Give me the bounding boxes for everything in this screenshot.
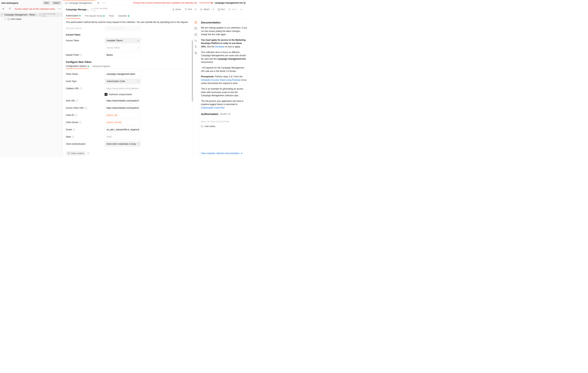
svg-point-8 <box>105 2 105 3</box>
tab-authorization[interactable]: Authorization <box>66 14 81 19</box>
info-icon: i <box>72 136 74 138</box>
watch-button[interactable]: Watch 0 <box>199 7 215 11</box>
auth-code-flow-link[interactable]: Authorization Code Flow <box>201 106 225 109</box>
svg-point-15 <box>185 9 186 9</box>
more-icon[interactable] <box>57 6 62 11</box>
authorize-browser-checkbox[interactable] <box>105 93 107 96</box>
clear-cookies-button[interactable]: Clear cookies <box>66 151 86 156</box>
status-dot-icon <box>79 15 81 16</box>
auth-url-input[interactable] <box>105 98 141 104</box>
token-name-input[interactable] <box>105 71 141 77</box>
svg-point-34 <box>195 47 196 48</box>
header-prefix-input[interactable] <box>105 52 141 58</box>
comments-icon[interactable] <box>194 27 197 30</box>
sidebar-collection-row[interactable]: Campaign Management - Restric... a fork … <box>0 13 63 17</box>
svg-point-7 <box>104 2 104 3</box>
client-secret-input[interactable] <box>105 120 141 125</box>
changelog-icon[interactable] <box>194 33 197 36</box>
request-fork-tag: a fork campaign m... <box>91 7 111 11</box>
next-in-collection-label: NEXT IN THIS COLLECTION <box>201 120 247 123</box>
new-button[interactable]: New <box>42 1 51 5</box>
request-title: Campaign Managemen... <box>66 8 90 11</box>
info-icon[interactable] <box>194 52 197 54</box>
run-button[interactable]: Run <box>216 7 226 11</box>
doc-paragraph: The full process your application will n… <box>201 99 247 110</box>
available-tokens-select[interactable]: Available Tokens <box>105 38 141 43</box>
next-item-usecases[interactable]: Use Cases <box>201 125 247 128</box>
fork-button[interactable]: Fork 0 <box>183 7 198 11</box>
refresh-token-icon[interactable] <box>136 45 141 51</box>
environment-selector[interactable]: campaign-management-env [e <box>214 2 246 4</box>
tab-variables[interactable]: Variables <box>118 15 129 19</box>
developer-portal-link[interactable]: Develope <box>215 45 224 48</box>
access-token-url-input[interactable] <box>105 105 141 111</box>
annotation-environment: Ensure the correct environment and varia… <box>133 1 197 4</box>
doc-paragraph: --All requests for the Campaign Manageme… <box>201 66 247 73</box>
svg-point-21 <box>241 9 242 10</box>
svg-point-6 <box>103 2 104 3</box>
subtabs: Authorization Pre-request Script Tests V… <box>63 13 247 19</box>
chevron-down-icon <box>137 80 139 82</box>
tab-campaign-management[interactable]: Campaign Management - <box>63 0 95 6</box>
state-input[interactable] <box>105 134 141 139</box>
tab-more-icon[interactable] <box>101 0 107 6</box>
doc-paragraph: This collection aims to focus on differe… <box>201 51 247 64</box>
add-auth-data-label: Add auth data to <box>66 27 105 30</box>
share-button[interactable]: Share <box>171 7 183 11</box>
documentation-icon[interactable] <box>194 21 197 24</box>
usecases-label: Use Cases <box>11 18 21 20</box>
pull-requests-icon[interactable] <box>194 39 197 42</box>
share-icon <box>172 8 175 11</box>
add-tab-icon[interactable] <box>95 0 101 6</box>
configure-new-token-heading: Configure New Token <box>66 61 190 63</box>
info-icon: i <box>75 114 77 116</box>
generate-token-link[interactable]: Generate A Access Token using Postman <box>201 79 241 81</box>
svg-point-24 <box>68 153 69 153</box>
access-token-label: Access Token <box>66 39 105 42</box>
doc-paragraph: Prerequisite: Perform steps 1 & 2 from t… <box>201 75 247 85</box>
scope-input[interactable] <box>105 127 141 132</box>
svg-point-31 <box>196 41 197 42</box>
chevron-down-icon <box>137 40 139 41</box>
svg-point-18 <box>201 9 202 10</box>
client-id-label: Client ID i <box>66 114 105 116</box>
documentation-panel: Documentation We are making updates to o… <box>199 19 247 157</box>
save-button[interactable]: Save <box>227 7 238 11</box>
forks-icon[interactable] <box>194 45 197 48</box>
filter-icon[interactable] <box>7 6 12 11</box>
sidebar: test workspace New Import Access token s… <box>0 0 63 157</box>
tab-advanced-options[interactable]: Advanced Options <box>93 65 110 69</box>
import-button[interactable]: Import <box>52 1 61 5</box>
sidebar-usecases-row[interactable]: Use Cases <box>0 17 63 21</box>
view-complete-documentation-link[interactable]: View complete collection documentation <box>201 152 247 155</box>
current-token-heading: Current Token <box>66 33 190 36</box>
chevron-down-icon <box>1 14 4 16</box>
svg-point-13 <box>174 9 174 9</box>
add-icon[interactable] <box>1 6 6 11</box>
svg-point-10 <box>92 9 93 9</box>
svg-point-3 <box>40 14 40 14</box>
svg-point-23 <box>68 152 70 154</box>
annotation-collection-token: Access token set at the collection level <box>15 8 55 10</box>
svg-point-25 <box>69 153 69 153</box>
svg-point-26 <box>69 154 69 154</box>
client-auth-select[interactable]: Send client credentials in body <box>105 141 141 147</box>
status-dot-icon <box>88 66 89 67</box>
tab-pre-request[interactable]: Pre-request Script <box>85 15 105 19</box>
scrollbar[interactable] <box>192 40 193 102</box>
client-id-input[interactable] <box>105 113 141 118</box>
tab-label: Campaign Management - <box>69 2 93 4</box>
auth-url-label: Auth URL i <box>66 99 105 102</box>
status-dot-icon <box>128 15 129 17</box>
save-icon <box>229 8 231 11</box>
tab-tests[interactable]: Tests <box>109 15 114 19</box>
access-token-input[interactable] <box>105 45 135 51</box>
request-more-icon[interactable] <box>239 8 244 10</box>
svg-point-30 <box>195 41 195 42</box>
tab-configuration-options[interactable]: Configuration Options <box>66 65 89 69</box>
info-icon: i <box>85 107 87 109</box>
grant-type-select[interactable]: Authorization Code <box>105 79 141 84</box>
authorize-browser-label: Authorize using browser <box>109 93 132 96</box>
svg-point-16 <box>186 9 186 9</box>
info-icon: i <box>80 87 82 90</box>
